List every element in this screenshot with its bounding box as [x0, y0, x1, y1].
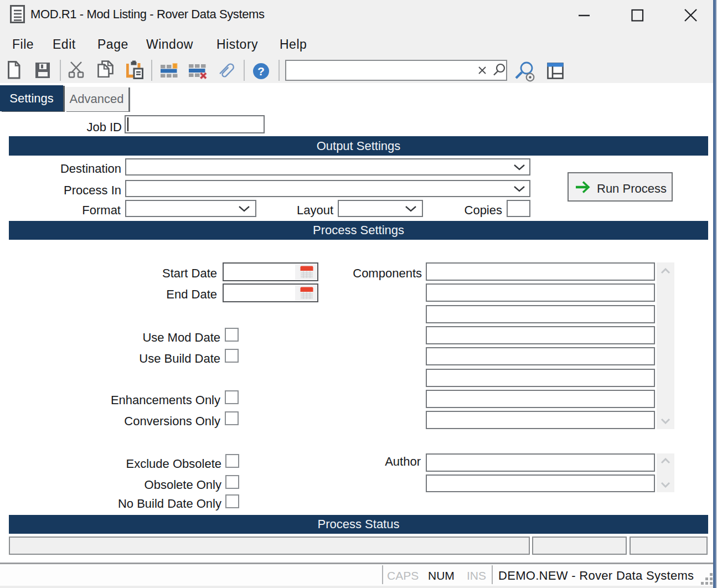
svg-text:?: ?: [257, 65, 265, 78]
